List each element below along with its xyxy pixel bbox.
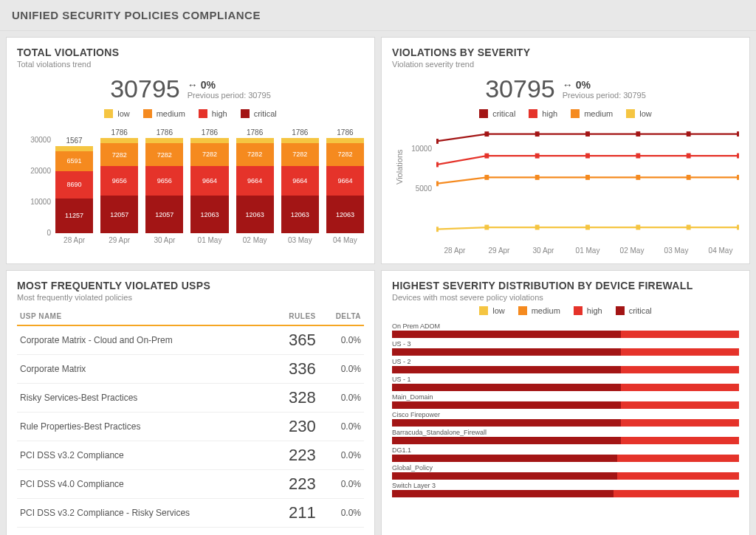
- previous-period-label: Previous period: 30795: [188, 91, 271, 100]
- device-row[interactable]: Switch Layer 3: [392, 482, 739, 497]
- svg-rect-25: [636, 225, 640, 230]
- table-row[interactable]: NIST 800-531960.0%: [17, 528, 364, 536]
- legend-total: low medium high critical: [17, 109, 364, 118]
- svg-rect-4: [636, 131, 640, 137]
- delta-indicator: ↔ 0%: [563, 79, 646, 91]
- svg-rect-19: [687, 175, 691, 180]
- usp-table[interactable]: USP NAME RULES DELTA Corporate Matrix - …: [17, 308, 364, 535]
- bar-column[interactable]: 17861205796567282: [145, 128, 183, 233]
- svg-rect-8: [484, 153, 489, 159]
- device-row[interactable]: US - 3: [392, 340, 739, 356]
- svg-rect-1: [484, 131, 489, 137]
- device-row[interactable]: Global_Policy: [392, 464, 739, 480]
- legend-severity: critical high medium low: [392, 109, 739, 118]
- table-row[interactable]: Corporate Matrix3360.0%: [17, 355, 364, 384]
- svg-rect-7: [436, 162, 439, 168]
- svg-rect-23: [535, 225, 540, 230]
- trend-flat-icon: ↔: [563, 79, 573, 91]
- bar-column[interactable]: 17861206396647282: [326, 128, 364, 233]
- severity-line-chart[interactable]: Violations 500010000: [392, 125, 739, 244]
- svg-rect-6: [737, 131, 739, 137]
- card-subtitle: Most frequently violated policies: [17, 293, 364, 302]
- card-subtitle: Total violations trend: [17, 60, 364, 69]
- bar-column[interactable]: 17861206396647282: [190, 128, 228, 233]
- card-usp-table: MOST FREQUENTLY VIOLATED USPS Most frequ…: [6, 270, 375, 535]
- col-delta[interactable]: DELTA: [319, 308, 364, 325]
- device-row[interactable]: US - 2: [392, 358, 739, 373]
- device-row[interactable]: Cisco Firepower: [392, 411, 739, 427]
- svg-rect-20: [737, 175, 739, 180]
- delta-value: 0%: [576, 79, 591, 91]
- bar-column[interactable]: 17861206396647282: [236, 128, 274, 233]
- svg-rect-14: [436, 181, 439, 186]
- device-row[interactable]: US - 1: [392, 376, 739, 391]
- svg-rect-24: [585, 225, 590, 230]
- trend-flat-icon: ↔: [188, 79, 198, 91]
- device-row[interactable]: DG1.1: [392, 446, 739, 462]
- total-violations-chart[interactable]: 0100002000030000156711257869065911786120…: [17, 125, 364, 233]
- col-usp-name[interactable]: USP NAME: [17, 308, 271, 325]
- svg-rect-2: [535, 131, 540, 137]
- page-title-bar: UNIFIED SECURITY POLICIES COMPLIANCE: [0, 0, 756, 31]
- device-row[interactable]: On Prem ADOM: [392, 322, 739, 338]
- table-row[interactable]: PCI DSS v4.0 Compliance2230.0%: [17, 470, 364, 499]
- y-axis-title: Violations: [395, 150, 404, 185]
- bar-column[interactable]: 17861206396647282: [281, 128, 319, 233]
- previous-period-label: Previous period: 30795: [563, 91, 646, 100]
- total-violations-value: 30795: [110, 75, 180, 103]
- card-title: MOST FREQUENTLY VIOLATED USPS: [17, 280, 364, 291]
- bar-column[interactable]: 17861205796567282: [100, 128, 138, 233]
- device-severity-chart[interactable]: On Prem ADOMUS - 3US - 2US - 1Main_Domai…: [392, 322, 739, 497]
- svg-rect-22: [484, 225, 489, 230]
- svg-rect-27: [737, 225, 739, 230]
- svg-rect-13: [737, 153, 739, 159]
- svg-rect-3: [585, 131, 590, 137]
- svg-rect-17: [585, 175, 590, 180]
- card-subtitle: Violation severity trend: [392, 60, 739, 69]
- card-title: VIOLATIONS BY SEVERITY: [392, 46, 739, 58]
- svg-rect-12: [687, 153, 691, 159]
- svg-rect-16: [535, 175, 540, 180]
- svg-rect-0: [436, 139, 439, 144]
- severity-total-value: 30795: [485, 75, 555, 103]
- card-total-violations: TOTAL VIOLATIONS Total violations trend …: [6, 37, 375, 264]
- card-violations-by-severity: VIOLATIONS BY SEVERITY Violation severit…: [381, 37, 750, 264]
- legend-device: low medium high critical: [392, 306, 739, 315]
- col-rules[interactable]: RULES: [271, 308, 319, 325]
- table-row[interactable]: PCI DSS v3.2 Compliance2230.0%: [17, 441, 364, 470]
- x-axis-labels: 28 Apr29 Apr30 Apr01 May02 May03 May04 M…: [392, 246, 739, 255]
- card-title: TOTAL VIOLATIONS: [17, 46, 364, 58]
- x-axis-labels: 28 Apr29 Apr30 Apr01 May02 May03 May04 M…: [17, 236, 364, 244]
- table-row[interactable]: Corporate Matrix - Cloud and On-Prem3650…: [17, 325, 364, 355]
- svg-rect-18: [636, 175, 640, 180]
- table-row[interactable]: Risky Services-Best Practices3280.0%: [17, 384, 364, 413]
- page-title: UNIFIED SECURITY POLICIES COMPLIANCE: [12, 9, 744, 21]
- svg-rect-26: [687, 225, 691, 230]
- table-row[interactable]: PCI DSS v3.2 Compliance - Risky Services…: [17, 499, 364, 528]
- svg-rect-5: [687, 131, 691, 137]
- svg-rect-21: [436, 227, 439, 232]
- delta-value: 0%: [201, 79, 216, 91]
- bar-column[interactable]: 15671125786906591: [55, 137, 93, 233]
- device-row[interactable]: Main_Domain: [392, 393, 739, 409]
- table-row[interactable]: Rule Properties-Best Practices2300.0%: [17, 413, 364, 441]
- svg-rect-15: [484, 175, 489, 180]
- svg-rect-9: [535, 153, 540, 159]
- svg-rect-10: [585, 153, 590, 159]
- delta-indicator: ↔ 0%: [188, 79, 271, 91]
- card-device-firewall: HIGHEST SEVERITY DISTRIBUTION BY DEVICE …: [381, 270, 750, 535]
- device-row[interactable]: Barracuda_Standalone_Firewall: [392, 429, 739, 444]
- svg-rect-11: [636, 153, 640, 159]
- card-subtitle: Devices with most severe policy violatio…: [392, 293, 739, 302]
- card-title: HIGHEST SEVERITY DISTRIBUTION BY DEVICE …: [392, 280, 739, 291]
